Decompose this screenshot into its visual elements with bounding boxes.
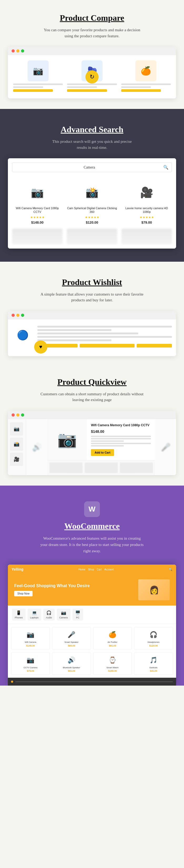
woo-cat-label-phones: Phones <box>15 616 23 619</box>
advanced-search-title: Advanced Search <box>8 125 176 134</box>
woo-product-name-1: Wifi Camera <box>14 641 48 644</box>
woo-hero-image: 👩 <box>138 579 170 600</box>
woo-product-card-2[interactable]: 🎤 Smart Speaker $89.00 <box>52 627 91 649</box>
section-product-wishlist: Product Wishlist A simple feature that a… <box>0 262 184 367</box>
woo-footer-dot-1 <box>11 681 13 683</box>
search-input-row[interactable]: Camera 🔍 <box>12 162 172 172</box>
woo-product-card-6[interactable]: 🔊 Bluetooth Speaker $55.00 <box>52 652 91 675</box>
wishlist-product-left: 🔵 <box>12 325 33 346</box>
qv-thumb-1[interactable]: 📷 <box>10 422 23 435</box>
woo-category-camera[interactable]: 📷 Camera <box>57 609 71 620</box>
product-btn-line <box>121 89 161 92</box>
search-product-image-1: 📷 <box>12 181 62 204</box>
woo-hero-button[interactable]: Shop Now <box>14 591 33 596</box>
product-compare-description: You can compare your favorite products a… <box>40 27 144 39</box>
wishlist-dot-red <box>11 314 15 317</box>
woo-category-phones[interactable]: 📱 Phones <box>12 609 26 620</box>
woocommerce-title: WooCommerce <box>8 521 176 531</box>
quickview-product-row: 📷 Wifi Camera Memory Card 1080p CCTV $14… <box>47 419 155 460</box>
related-product-3 <box>120 463 153 473</box>
search-browser: Camera 🔍 📷 Wifi Camera Memory Card 1080p… <box>8 158 176 249</box>
woo-product-img-5: 📷 <box>14 655 48 665</box>
advanced-search-description: This product search will get you quick a… <box>47 138 137 150</box>
woo-cat-label-pc: PC <box>76 616 79 619</box>
product-compare-browser: 📷 ↻ 🫐 🍊 <box>8 47 176 98</box>
search-product-image-2: 📸 <box>67 181 117 204</box>
woo-hero-text: Feel-Good Shopping What You Desire Shop … <box>14 583 134 596</box>
woo-search-icon[interactable]: 🔍 <box>169 568 173 571</box>
woo-product-price-6: $55.00 <box>54 670 88 672</box>
product-lines-3 <box>121 84 171 93</box>
compare-products-area: 📷 ↻ 🫐 🍊 <box>8 55 176 98</box>
product-quickview-description: Customers can obtain a short summary of … <box>37 391 147 403</box>
woo-products-row-2: 📷 CCTV Camera $79.00 🔊 Bluetooth Speaker… <box>8 652 176 678</box>
search-product-name-1: Wifi Camera Memory Card 1080p CCTV <box>12 206 62 214</box>
search-bar-container: Camera 🔍 <box>8 158 176 176</box>
qv-line-4 <box>91 443 151 444</box>
section-product-compare: Product Compare You can compare your fav… <box>0 0 184 109</box>
woo-product-img-6: 🔊 <box>54 655 88 665</box>
woo-cat-icon-pc: 🖥️ <box>75 610 80 615</box>
browser-dot-red <box>11 49 15 53</box>
woo-product-img-4: 🎧 <box>136 629 170 640</box>
woo-product-card-7[interactable]: ⌚ Smart Watch $199.00 <box>93 652 132 675</box>
woo-product-name-6: Bluetooth Speaker <box>54 666 88 669</box>
woo-category-audio[interactable]: 🎧 Audio <box>43 609 55 620</box>
woo-product-name-4: Headphones <box>136 641 170 644</box>
search-input[interactable]: Camera <box>16 165 163 169</box>
woo-nav-shop[interactable]: Shop <box>88 568 94 571</box>
browser-dot-green <box>21 49 24 53</box>
woo-category-laptops[interactable]: 💻 Laptops <box>28 609 41 620</box>
woo-category-pc[interactable]: 🖥️ PC <box>73 609 83 620</box>
woo-product-card-4[interactable]: 🎧 Headphones $120.00 <box>134 627 173 649</box>
woo-cat-icon-audio: 🎧 <box>46 610 52 615</box>
search-product-3: 🎥 Lavvie home security camera HD 1080p ★… <box>122 181 172 224</box>
search-product-name-3: Lavvie home security camera HD 1080p <box>122 206 172 214</box>
wishlist-line-short2 <box>37 339 111 341</box>
quickview-dot-red <box>11 413 15 416</box>
section-woocommerce: W WooCommerce WooCommerce's advanced fea… <box>0 486 184 686</box>
woo-product-card-8[interactable]: 🎵 Earbuds $45.00 <box>134 652 173 675</box>
product-compare-title: Product Compare <box>8 13 176 23</box>
product-image-3: 🍊 <box>135 60 156 81</box>
woo-product-name-3: Air Purifier <box>96 641 130 644</box>
woo-product-img-7: ⌚ <box>96 655 130 665</box>
woo-nav-account[interactable]: Account <box>104 568 114 571</box>
wishlist-product-image: 🔵 <box>12 325 33 346</box>
woo-nav-home[interactable]: Home <box>78 568 85 571</box>
woo-product-price-5: $79.00 <box>14 670 48 672</box>
woo-product-name-8: Earbuds <box>136 666 170 669</box>
search-results-grid: 📷 Wifi Camera Memory Card 1080p CCTV ★★★… <box>8 176 176 228</box>
search-icon[interactable]: 🔍 <box>163 165 168 170</box>
woo-store-topbar: Yelling Home Shop Cart Account 🔍 <box>8 565 176 574</box>
quickview-product-details: Wifi Camera Memory Card 1080p CCTV $148.… <box>87 419 155 460</box>
woo-product-card-5[interactable]: 📷 CCTV Camera $79.00 <box>11 652 50 675</box>
woo-hero-title: Feel-Good Shopping What You Desire <box>14 583 134 589</box>
qv-line-1 <box>91 436 151 437</box>
product-wishlist-title: Product Wishlist <box>8 277 176 287</box>
qv-thumb-3[interactable]: 🎥 <box>10 453 23 466</box>
woo-store-nav: Home Shop Cart Account <box>78 568 114 571</box>
wishlist-line-full <box>37 326 172 328</box>
product-line-short <box>13 86 43 88</box>
qv-thumb-2[interactable]: 📸 <box>10 438 23 451</box>
woo-product-card-3[interactable]: 🍊 Air Purifier $65.00 <box>93 627 132 649</box>
product-line-short <box>67 86 97 88</box>
wishlist-line-medium <box>37 333 138 334</box>
wishlist-content-area: 🔵 ♥ <box>8 319 176 356</box>
compare-switch-icon[interactable]: ↻ <box>85 70 99 84</box>
quickview-thumbnail-sidebar: 📷 📸 🎥 <box>8 419 26 475</box>
wishlist-btn-2 <box>80 344 135 347</box>
quickview-image-area: 🔊 📷 Wifi Camera Memory Card 1080p CCTV $… <box>26 419 176 475</box>
qv-line-3 <box>91 440 124 442</box>
quickview-product-title: Wifi Camera Memory Card 1080p CCTV <box>91 423 151 428</box>
woo-nav-cart[interactable]: Cart <box>97 568 102 571</box>
woo-product-card-1[interactable]: 📷 Wifi Camera $148.00 <box>11 627 50 649</box>
section-product-quickview: Product Quickview Customers can obtain a… <box>0 367 184 486</box>
wishlist-product-details <box>37 325 172 347</box>
wishlist-heart-icon[interactable]: ♥ <box>34 340 47 353</box>
search-product-image-3: 🎥 <box>122 181 172 204</box>
woo-cat-label-audio: Audio <box>46 616 52 619</box>
qv-line-2 <box>91 438 151 439</box>
add-to-cart-button[interactable]: Add to Cart <box>91 449 114 456</box>
